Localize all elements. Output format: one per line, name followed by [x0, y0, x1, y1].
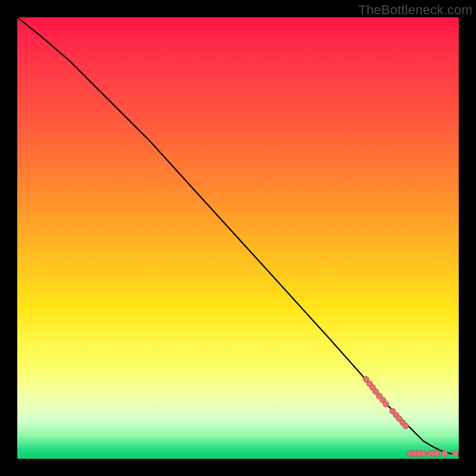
scatter-points: [363, 376, 458, 456]
watermark-text: TheBottleneck.com: [358, 2, 472, 18]
data-point: [441, 450, 447, 456]
data-point: [383, 401, 389, 407]
overlay-svg: [17, 17, 459, 459]
data-point: [403, 423, 409, 429]
data-point: [452, 450, 458, 456]
chart-stage: TheBottleneck.com: [0, 0, 476, 476]
data-point: [434, 450, 440, 456]
plot-area: [17, 17, 459, 459]
data-point: [421, 450, 427, 456]
bottleneck-curve: [17, 17, 459, 455]
